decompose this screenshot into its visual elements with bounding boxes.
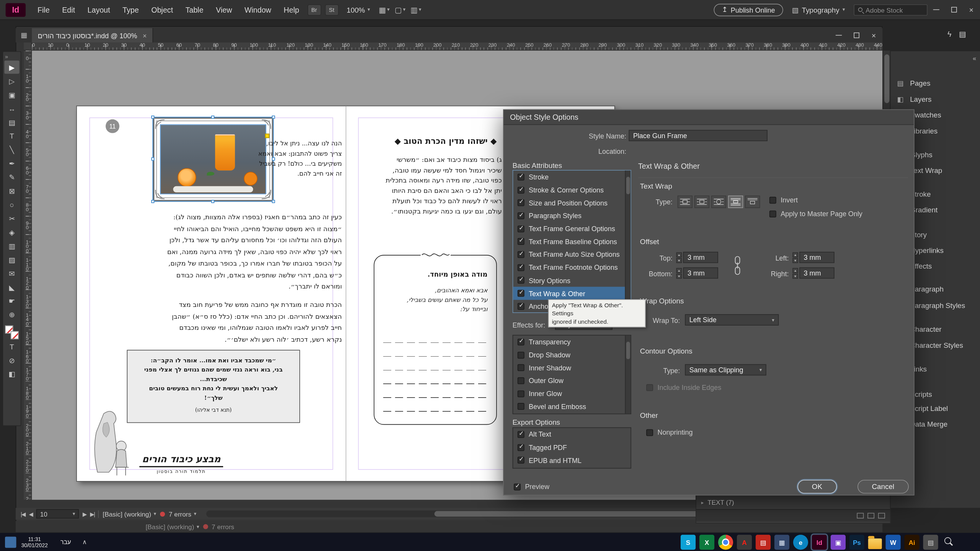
selection-handle[interactable] xyxy=(272,157,275,160)
delete-layer-icon[interactable] xyxy=(878,513,885,518)
list-scrollbar[interactable] xyxy=(625,336,631,414)
link-offsets-icon[interactable] xyxy=(734,254,742,277)
preview-checkbox[interactable]: Preview xyxy=(514,483,549,491)
effect-row[interactable]: Inner Glow xyxy=(513,387,630,400)
checkbox[interactable] xyxy=(518,390,524,397)
checkbox[interactable] xyxy=(518,174,524,181)
expand-icon[interactable]: ▸ xyxy=(701,499,704,505)
dialog-title-bar[interactable]: Object Style Options xyxy=(504,110,914,125)
pencil-tool[interactable]: ✎ xyxy=(4,171,19,184)
wrap-none-button[interactable] xyxy=(678,196,693,208)
tray-app-icon[interactable] xyxy=(5,536,16,548)
gradient-feather-tool[interactable]: ▨ xyxy=(4,253,19,266)
selection-handle[interactable] xyxy=(211,116,214,119)
attribute-row[interactable]: Text Wrap & Other xyxy=(513,287,630,300)
menu-item[interactable]: File xyxy=(31,0,56,20)
selection-handle[interactable] xyxy=(211,200,214,203)
effect-row[interactable]: Drop Shadow xyxy=(513,349,630,362)
zoom-level-dropdown[interactable]: 100% ▾ xyxy=(347,6,370,14)
arrange-documents-icon[interactable]: ▥ ▾ xyxy=(410,5,421,14)
selection-handle[interactable] xyxy=(272,116,275,119)
ellipse-tool[interactable]: ○ xyxy=(4,198,19,211)
gradient-swatch-tool[interactable]: ▥ xyxy=(4,239,19,252)
new-group-icon[interactable] xyxy=(867,513,874,518)
content-collector-tool[interactable]: ▤ xyxy=(4,116,19,129)
taskbar-start[interactable] xyxy=(960,535,975,549)
style-name-input[interactable]: Place Gun Frame xyxy=(629,130,767,141)
new-layer-icon[interactable] xyxy=(857,513,864,518)
zoom-tool[interactable]: ⊕ xyxy=(4,308,19,321)
app-minimize-button[interactable] xyxy=(928,0,945,20)
menu-item[interactable]: Layout xyxy=(81,0,116,20)
menu-item[interactable]: Edit xyxy=(56,0,81,20)
checkbox[interactable] xyxy=(518,264,524,271)
menu-item[interactable]: Window xyxy=(238,0,277,20)
ruler-origin-box[interactable] xyxy=(24,42,32,51)
invert-checkbox[interactable]: Invert xyxy=(769,196,798,204)
checkbox[interactable] xyxy=(518,364,524,371)
page-number-field[interactable]: 10 ▾ xyxy=(36,509,79,518)
app-close-button[interactable]: × xyxy=(962,0,980,20)
scissors-tool[interactable]: ✂ xyxy=(4,212,19,225)
doc-minimize-button[interactable] xyxy=(830,28,848,42)
view-options-icon[interactable]: ▦ ▾ xyxy=(379,5,389,14)
apply-master-checkbox[interactable]: Apply to Master Page Only xyxy=(769,210,862,218)
selection-handle[interactable] xyxy=(151,200,154,203)
taskbar-app-pdf[interactable]: ▤ xyxy=(756,535,771,549)
taskbar-app-photoshop[interactable]: Ps xyxy=(849,535,864,549)
pen-tool[interactable]: ✒ xyxy=(4,157,19,170)
screen-mode-button[interactable]: ◧ xyxy=(4,367,19,380)
taskbar-app-skype[interactable]: S xyxy=(681,535,696,549)
checkbox[interactable] xyxy=(518,290,524,297)
rectangle-frame-tool[interactable]: ⊠ xyxy=(4,184,19,197)
checkbox[interactable] xyxy=(518,377,524,384)
quote-box[interactable]: ״מי שמכבד אביו ואת אמו... אומר לו הקב״ה:… xyxy=(127,350,300,423)
effect-row[interactable]: Inner Shadow xyxy=(513,361,630,374)
list-scrollbar[interactable] xyxy=(625,171,631,313)
attribute-row[interactable]: Stroke & Corner Options xyxy=(513,183,630,196)
panel-drawer-icon[interactable]: ▦ xyxy=(21,31,27,39)
document-tab[interactable]: בוסטון כיבוד הורים*.indd @ 100% × xyxy=(32,28,153,42)
page-tool[interactable]: ▣ xyxy=(4,88,19,101)
taskbar-clock[interactable]: 11:31 30/01/2022 xyxy=(21,536,48,548)
taskbar-app-word[interactable]: W xyxy=(885,535,900,549)
left-page-intro-text[interactable]: הנה לנו עצה... ניתן אל ליבו,צריך פשוט לה… xyxy=(273,139,342,178)
first-page-button[interactable]: |◀ xyxy=(21,511,25,517)
offset-top-stepper[interactable]: ▲▼ 3 mm xyxy=(676,252,718,263)
attribute-row[interactable]: Story Options xyxy=(513,274,630,287)
checkbox[interactable] xyxy=(518,277,524,284)
right-page-header[interactable]: ◆ ישזהו מדין הכרת הטוב ◆ xyxy=(371,136,521,145)
taskbar-app-photos[interactable]: ▣ xyxy=(831,535,846,549)
export-row[interactable]: Tagged PDF xyxy=(513,441,630,454)
last-page-button[interactable]: ▶| xyxy=(90,511,95,517)
taskbar-app-explorer[interactable] xyxy=(868,538,882,549)
app-maximize-button[interactable] xyxy=(945,0,963,20)
checkbox[interactable] xyxy=(518,251,524,258)
checkbox[interactable] xyxy=(518,444,524,451)
menu-item[interactable]: Table xyxy=(179,0,209,20)
selection-tool[interactable]: ▶ xyxy=(4,60,19,73)
attribute-row[interactable]: Text Frame General Options xyxy=(513,222,630,235)
preflight-profile-dropdown[interactable]: [Basic] (working) ▾ xyxy=(145,523,199,531)
checkbox[interactable] xyxy=(518,431,524,438)
doc-restore-button[interactable] xyxy=(848,28,865,42)
effect-row[interactable]: Bevel and Emboss xyxy=(513,400,630,413)
publish-status-icon[interactable]: ▤ xyxy=(959,30,966,39)
attribute-row[interactable]: Text Frame Auto Size Options xyxy=(513,248,630,261)
stroke-swatch[interactable] xyxy=(11,331,19,339)
stepper-arrows[interactable]: ▲▼ xyxy=(792,268,798,279)
checkbox[interactable] xyxy=(518,212,524,219)
stepper-arrows[interactable]: ▲▼ xyxy=(676,268,682,279)
stock-button[interactable]: St xyxy=(325,4,338,15)
wrap-object-shape-button[interactable] xyxy=(711,196,726,208)
layers-panel-row[interactable]: ▸ TEXT (7) xyxy=(696,496,890,509)
apply-none-button[interactable]: ⊘ xyxy=(4,354,19,367)
anchored-image-frame[interactable] xyxy=(153,117,273,201)
offset-right-stepper[interactable]: ▲▼ 3 mm xyxy=(792,267,834,279)
checkbox[interactable] xyxy=(518,199,524,206)
jump-to-next-column-button[interactable] xyxy=(745,196,760,208)
menu-item[interactable]: Object xyxy=(145,0,179,20)
preflight-errors-dropdown[interactable]: 7 errors ▾ xyxy=(169,510,196,518)
scrollbar-thumb[interactable] xyxy=(884,54,889,103)
publish-online-button[interactable]: ↥ Publish Online xyxy=(714,3,783,16)
